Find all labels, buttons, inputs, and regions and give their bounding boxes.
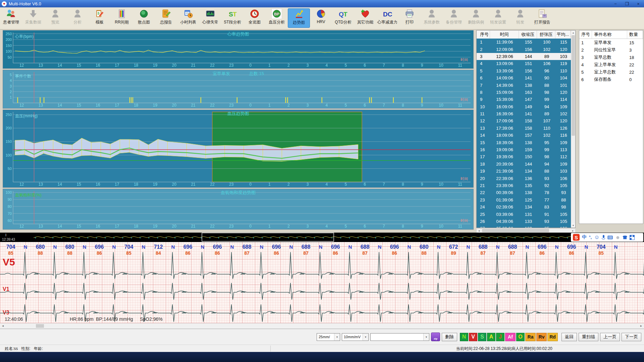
toolbar-item-25[interactable]: 打开报告 [531, 8, 553, 28]
bp-table-row[interactable]: 915:39:0614799114 [477, 96, 571, 103]
bp-table-row[interactable]: 111:39:06155100115 [477, 39, 571, 46]
prev-page-button[interactable]: 上一页 [600, 333, 620, 341]
bp-table-row[interactable]: 2402:39:061348398 [477, 203, 571, 210]
skin-icon[interactable] [623, 236, 627, 239]
bp-table-row[interactable]: 2503:39:0613191105 [477, 210, 571, 218]
toolbar-item-8[interactable]: 总报告 [155, 8, 177, 28]
close-button[interactable]: × [633, 0, 644, 7]
toolbar-item-1[interactable]: 患者管理 [0, 8, 22, 28]
bp-column-header[interactable]: 序号 [477, 31, 490, 39]
zip-tool-button[interactable]: zip [431, 333, 440, 341]
bp-table-row[interactable]: 815:09:0616398120 [477, 89, 571, 96]
scroll-right-icon[interactable]: ► [571, 229, 575, 233]
toolbar-item-15[interactable]: HRV [310, 8, 332, 28]
toolbar-item-16[interactable]: QTQTD分析 [332, 8, 354, 28]
spo2-trend-chart[interactable]: 1009080706012131415161718192021222301234… [3, 189, 474, 230]
bp-table-row[interactable]: 1820:39:0614494109 [477, 161, 571, 168]
gain-select[interactable]: 10mm/mV ▼ [342, 333, 369, 341]
bp-column-header[interactable]: 时间 [490, 31, 519, 39]
toolbar-item-5[interactable]: 模板 [89, 8, 111, 28]
bp-table-row[interactable]: 1518:39:0613895109 [477, 139, 571, 146]
beat-type-button-o[interactable]: O [516, 333, 525, 341]
next-page-button[interactable]: 下一页 [622, 333, 641, 341]
maximize-button[interactable]: ❒ [621, 0, 633, 7]
bp-table-row[interactable]: 1116:39:0614189102 [477, 110, 571, 117]
blood-pressure-trend-chart[interactable]: 2502001501005012131415161718192021222301… [3, 110, 474, 188]
beat-type-button-v[interactable]: V [469, 333, 477, 341]
scroll-right-icon[interactable]: ► [638, 323, 644, 328]
ecg-paper[interactable]: 704N85680N88680N88696N86704N85712N84696N… [0, 242, 644, 323]
toolbox-icon[interactable] [630, 235, 635, 240]
scrollbar-thumb[interactable] [572, 35, 575, 136]
beat-type-button-rd[interactable]: Rd [547, 333, 558, 341]
bp-table-horizontal-scrollbar[interactable]: ◄ ► [476, 228, 576, 233]
bp-table-row[interactable]: 2705:39:0613985108 [477, 225, 571, 228]
toolbar-item-17[interactable]: 其它功能 [354, 8, 376, 28]
bp-table-row[interactable]: 1217:09:06158107120 [477, 117, 571, 124]
bp-table-row[interactable]: 2123:39:0613592105 [477, 182, 571, 189]
beat-type-button-rv[interactable]: Rv [536, 333, 547, 341]
bp-table-row[interactable]: 1317:39:06158110126 [477, 125, 571, 132]
events-table-row[interactable]: 4室上早单发22 [579, 61, 643, 68]
scroll-up-icon[interactable]: ▲ [571, 31, 575, 35]
bp-table-row[interactable]: 1719:39:0615098112 [477, 153, 571, 160]
bp-table-row[interactable]: 2301:39:061257788 [477, 196, 571, 203]
events-table-row[interactable]: 1室早单发15 [579, 39, 643, 46]
beat-type-button-ra[interactable]: Ra [525, 333, 536, 341]
bp-table-row[interactable]: 1016:09:0614994109 [477, 103, 571, 110]
toolbar-item-14[interactable]: 趋势图 [288, 8, 310, 28]
delete-button[interactable]: 删除 [442, 333, 457, 341]
toolbar-item-12[interactable]: 全览图 [244, 8, 266, 28]
bp-table-row[interactable]: 1619:09:0615999113 [477, 146, 571, 153]
beat-type-button-af[interactable]: Af [505, 333, 516, 341]
minimize-button[interactable]: − [610, 0, 621, 7]
toolbar-item-13[interactable]: BP血压分析 [266, 8, 288, 28]
events-table-row[interactable]: 5室上早总数22 [579, 68, 643, 76]
beat-type-button-j[interactable]: J [496, 333, 504, 341]
toolbar-item-9[interactable]: 小时列表 [177, 8, 199, 28]
events-table-row[interactable]: 2间位性室早3 [579, 46, 643, 54]
ecg-horizontal-scrollbar[interactable]: ◄ ► [0, 323, 644, 329]
scroll-down-icon[interactable]: ▼ [571, 223, 575, 228]
account-icon[interactable]: ☻ [615, 235, 620, 240]
bp-column-header[interactable]: 平均... [555, 31, 571, 39]
toolbar-item-10[interactable]: 心律失常 [199, 8, 221, 28]
keyboard-icon[interactable] [607, 236, 613, 239]
back-button[interactable]: 返回 [561, 333, 577, 341]
bp-table-row[interactable]: 614:09:0614190104 [477, 74, 571, 81]
scroll-left-icon[interactable]: ◄ [0, 323, 6, 328]
bp-table-row[interactable]: 312:39:0614489103 [477, 53, 571, 60]
bp-table-row[interactable]: 513:39:0615696110 [477, 67, 571, 74]
chinese-mode-icon[interactable]: 中 [582, 234, 587, 240]
pvc-events-chart[interactable]: 5432112131415161718192021222301234567891… [3, 70, 474, 109]
beat-type-button-n[interactable]: N [460, 333, 468, 341]
template-select[interactable]: ▼ [370, 333, 429, 341]
bp-column-header[interactable]: 收缩压 [519, 31, 537, 39]
bp-table-row[interactable]: 714:39:0613888101 [477, 81, 571, 88]
bp-table-row[interactable]: 212:09:06156102120 [477, 46, 571, 53]
bp-column-header[interactable]: 舒张压 [537, 31, 555, 39]
sogou-logo-icon[interactable]: S [573, 234, 580, 241]
toolbar-item-11[interactable]: STST段分析 [221, 8, 244, 28]
ecg-overview-strip[interactable]: ++++++++++++++++++++++++++++++++++++++++… [0, 233, 644, 242]
events-table-row[interactable]: 3室早总数18 [579, 54, 643, 61]
bp-table-row[interactable]: 1418:09:06157102116 [477, 132, 571, 139]
emoji-icon[interactable]: ☺ [594, 234, 599, 240]
scrollbar-thumb[interactable] [482, 229, 549, 232]
bp-table-row[interactable]: 2604:39:0613393105 [477, 218, 571, 225]
bp-table-row[interactable]: 2200:39:061387893 [477, 189, 571, 196]
heart-rate-trend-chart[interactable]: 2502001501005012131415161718192021222301… [3, 30, 474, 69]
bp-table-row[interactable]: 413:09:06151106119 [477, 60, 571, 67]
beat-type-button-a[interactable]: A [487, 333, 495, 341]
toolbar-item-6[interactable]: RR间期 [111, 8, 133, 28]
scrollbar-thumb[interactable] [36, 324, 44, 328]
punctuation-icon[interactable]: °, [589, 235, 592, 240]
beat-type-button-s[interactable]: S [478, 333, 486, 341]
bp-table-row[interactable]: 1921:39:0613488103 [477, 168, 571, 175]
rescan-button[interactable]: 重扫描 [579, 333, 598, 341]
events-table-row[interactable]: 6保存图条0 [579, 76, 643, 83]
paper-speed-select[interactable]: 25mm/ ▼ [317, 333, 340, 341]
toolbar-item-7[interactable]: 散点图 [133, 8, 155, 28]
bp-table-vertical-scrollbar[interactable]: ▲ ▼ [571, 31, 575, 228]
microphone-icon[interactable] [602, 235, 605, 240]
